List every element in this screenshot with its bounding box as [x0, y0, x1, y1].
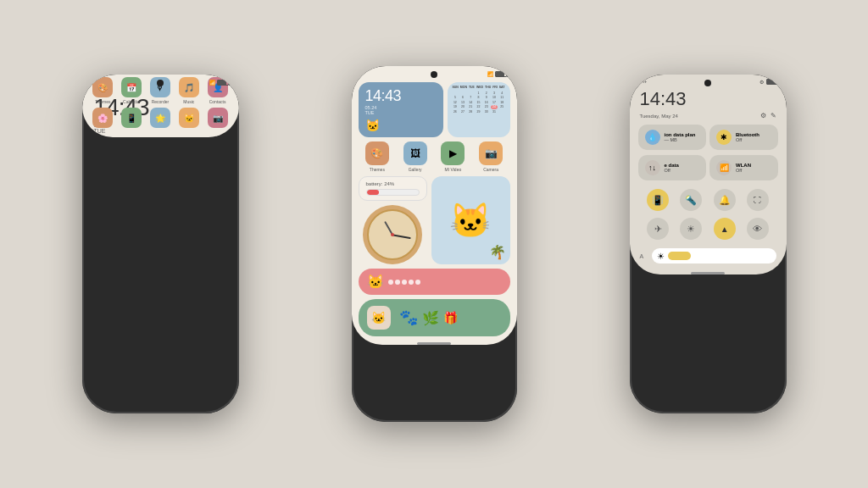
app-r3-5[interactable]: 📷 — [205, 108, 231, 130]
battery-fill — [367, 190, 380, 195]
sleeping-cat: 🐱 — [365, 119, 437, 132]
w-app-themes[interactable]: 🎨 Themes — [362, 141, 392, 172]
cc-date-row: Tuesday, May 24 ⚙ ✎ — [630, 112, 787, 125]
app-r3-3[interactable]: 🌟 — [147, 108, 173, 130]
data-plan-text: ion data plan — MB — [665, 132, 696, 142]
widget-app-row: 🎨 Themes 🖼 Gallery ▶ MI Video 📷 — [359, 141, 510, 172]
phone-1: 📶 14:43 05.24 TUE — [82, 75, 239, 413]
widget-top-row: 14:43 05.24 TUE 🐱 SUNMONTUEWEDTHUFRIS — [359, 82, 510, 137]
nfc-btn[interactable]: ⛶ — [747, 189, 769, 211]
cc-time: 14:43 — [630, 86, 787, 112]
cc-date: Tuesday, May 24 — [640, 114, 678, 119]
brightness-slider[interactable]: ☀ — [652, 248, 776, 263]
brightness-row: A ☀ — [630, 243, 787, 269]
green-gift: 🎁 — [443, 311, 458, 324]
edit-icon[interactable]: ⚙ — [760, 112, 766, 119]
w-app-mivideo[interactable]: ▶ MI Video — [438, 141, 468, 172]
battery-widget[interactable]: battery: 24% — [359, 176, 427, 201]
app-r3-1[interactable]: 🌸 — [90, 108, 115, 130]
bluetooth-icon: ✱ — [716, 130, 732, 145]
phone-2: 📶 14:43 05.24 TUE — [352, 66, 517, 422]
quick-row-1: 📳 🔦 🔔 ⛶ — [630, 186, 787, 214]
airplane-btn[interactable]: ✈ — [647, 218, 669, 240]
brightness-a-label: A — [640, 253, 647, 259]
mobile-data-icon: ↑↓ — [645, 160, 660, 175]
brightness-fill — [668, 252, 691, 260]
battery-icon-2 — [495, 71, 507, 77]
app-r3-2[interactable]: 📱 — [119, 108, 144, 130]
app-r3-4[interactable]: 🐱 — [176, 108, 202, 130]
cat-sitting-widget[interactable]: 🐱 🌴 — [431, 176, 510, 264]
star-icon: 🌟 — [150, 108, 170, 128]
eye-btn[interactable]: 👁 — [747, 218, 769, 240]
flower-icon: 🌸 — [92, 108, 113, 128]
cc-tiles-row1: 💧 ion data plan — MB ✱ Bluetooth Off — [630, 125, 787, 155]
wlan-text: WLAN Off — [736, 163, 751, 173]
home-indicator-2 — [352, 342, 517, 345]
signal-icon-2: 📶 — [487, 71, 493, 77]
cat-pink-icon: 🐱 — [367, 274, 384, 290]
app-row-3: 🌸 📱 🌟 🐱 📷 — [89, 108, 232, 130]
camera-icon: 📷 — [208, 108, 228, 128]
widget-time: 14:43 — [365, 87, 437, 105]
settings-small-icon: ⚙ — [760, 79, 764, 85]
quick-row-2: ✈ ☀ ▲ 👁 — [630, 214, 787, 243]
cal-grid: 1234 567891011 12131415161718 1920212223… — [452, 91, 506, 114]
edit2-icon[interactable]: ✎ — [771, 112, 776, 119]
round-clock-container — [359, 205, 427, 264]
w-camera-icon: 📷 — [479, 141, 503, 165]
battery-icon-3 — [766, 79, 778, 85]
notification-btn[interactable]: 🔔 — [714, 189, 736, 211]
clock-widget[interactable]: 14:43 05.24 TUE 🐱 — [359, 82, 443, 137]
round-clock-widget[interactable] — [363, 205, 422, 264]
green-leaf: 🌿 — [422, 310, 439, 326]
widget-date: 05.24 TUE — [365, 105, 437, 115]
tree-deco: 🌴 — [489, 244, 506, 260]
w-video-icon: ▶ — [441, 141, 465, 165]
pink-widget[interactable]: 🐱 — [359, 269, 510, 295]
w-themes-icon: 🎨 — [365, 141, 389, 165]
status-right-icons: ⚙ — [760, 79, 778, 85]
pink-dots — [388, 280, 420, 285]
brightness-sun-icon: ☀ — [657, 252, 665, 261]
cc-tiles-row2: ↑↓ e data Off 📶 WLAN Off — [630, 155, 787, 186]
clock-center-dot — [391, 233, 394, 236]
w-app-gallery[interactable]: 🖼 Gallery — [400, 141, 430, 172]
signal-icon: 📶 — [209, 80, 215, 86]
battery-text: battery: 24% — [366, 181, 395, 186]
battery-icon — [217, 80, 229, 86]
wlan-tile[interactable]: 📶 WLAN Off — [709, 155, 778, 180]
battery-and-clock: battery: 24% — [359, 176, 427, 264]
status-icons: 📶 — [209, 80, 229, 86]
status-icons-2: 📶 — [487, 71, 507, 77]
green-widget[interactable]: 🐱 🐾 🌿 🎁 — [359, 299, 510, 336]
cc-edit-icons: ⚙ ✎ — [760, 112, 776, 119]
data-plan-icon: 💧 — [645, 130, 660, 145]
mobile-data-text: e data Off — [665, 163, 679, 173]
cc-bottom-line — [691, 272, 725, 274]
flashlight-btn[interactable]: 🔦 — [680, 189, 702, 211]
status-left-text: 5A+ — [638, 79, 648, 85]
cat-app-icon: 🐱 — [179, 108, 199, 128]
bluetooth-tile[interactable]: ✱ Bluetooth Off — [709, 125, 778, 150]
auto-brightness-btn[interactable]: ☀ — [680, 218, 702, 240]
phone-icon: 📱 — [121, 108, 142, 128]
clock-face — [367, 209, 418, 260]
phone2-screen: 📶 14:43 05.24 TUE — [352, 66, 517, 345]
battery-bar — [366, 189, 420, 196]
location-btn[interactable]: ▲ — [714, 218, 736, 240]
phone1-screen: 📶 14:43 05.24 TUE — [82, 75, 239, 137]
bluetooth-text: Bluetooth Off — [736, 132, 760, 142]
green-widget-cat-icon: 🐱 — [367, 306, 391, 330]
main-scene: 📶 14:43 05.24 TUE — [0, 0, 868, 488]
vibrate-btn[interactable]: 📳 — [647, 189, 669, 211]
cal-header: SUNMONTUEWEDTHUFRISAT — [452, 86, 506, 89]
wlan-icon: 📶 — [716, 160, 732, 175]
w-app-camera[interactable]: 📷 Camera — [476, 141, 506, 172]
middle-widget-row: battery: 24% — [359, 176, 510, 264]
home-bar — [417, 342, 451, 345]
w-gallery-icon: 🖼 — [403, 141, 427, 165]
mobile-data-tile[interactable]: ↑↓ e data Off — [638, 155, 707, 180]
data-plan-tile[interactable]: 💧 ion data plan — MB — [638, 125, 707, 150]
calendar-widget[interactable]: SUNMONTUEWEDTHUFRISAT 1234 567891011 121… — [448, 82, 510, 137]
